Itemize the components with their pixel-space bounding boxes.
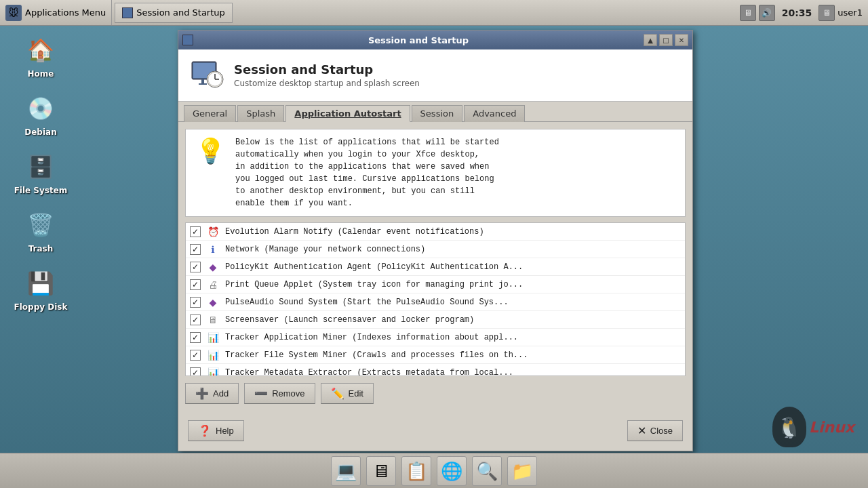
window-taskbar-button[interactable]: Session and Startup: [115, 3, 233, 23]
tab-splash[interactable]: Splash: [237, 105, 284, 122]
item-text-tracker-app: Tracker Application Miner (Indexes infor…: [225, 333, 518, 342]
item-text-tracker-fs: Tracker File System Miner (Crawls and pr…: [225, 350, 528, 360]
pulseaudio-icon: ◆: [206, 296, 220, 309]
home-icon: 🏠: [24, 34, 57, 66]
tracker-meta-icon: 📊: [206, 366, 220, 376]
taskbar-top: 🐭 Applications Menu Session and Startup …: [0, 0, 868, 26]
description-box: 💡 Below is the list of applications that…: [185, 129, 686, 217]
taskbar-folder-icon[interactable]: 📁: [507, 456, 537, 486]
tab-advanced[interactable]: Advanced: [464, 105, 525, 122]
checkbox-tracker-app[interactable]: [190, 332, 201, 343]
sound-icon[interactable]: 🔊: [759, 5, 775, 21]
floppy-icon: 💾: [24, 267, 57, 300]
bulb-icon: 💡: [195, 139, 226, 163]
edit-button[interactable]: ✏️ Edit: [321, 383, 374, 404]
taskbar-browser-icon[interactable]: 🌐: [437, 456, 467, 486]
network-icon[interactable]: 🖥: [740, 5, 756, 21]
tracker-fs-icon: 📊: [206, 348, 220, 362]
dialog-footer: ❓ Help ✕ Close: [178, 415, 692, 451]
close-button[interactable]: ✕ Close: [627, 420, 683, 441]
help-button[interactable]: ❓ Help: [188, 420, 244, 441]
close-label: Close: [650, 426, 673, 436]
edit-label: Edit: [349, 388, 363, 399]
checkbox-policykit[interactable]: [190, 262, 201, 272]
app-menu-icon: 🐭: [5, 5, 22, 21]
checkbox-print[interactable]: [190, 279, 201, 290]
desktop-icon-floppy[interactable]: 💾 Floppy Disk: [14, 267, 68, 312]
evolution-icon: ⏰: [206, 225, 220, 239]
edit-icon: ✏️: [331, 387, 344, 400]
policykit-icon: ◆: [206, 260, 220, 274]
tux-icon: 🐧: [772, 407, 806, 447]
list-item[interactable]: ◆ PolicyKit Authentication Agent (Policy…: [186, 258, 685, 276]
app-menu-button[interactable]: 🐭 Applications Menu: [0, 0, 112, 25]
taskbar-notes-icon[interactable]: 📋: [401, 456, 431, 486]
desktop-icon-trash[interactable]: 🗑️ Trash: [14, 209, 68, 253]
taskbar-right: 🖥 🔊 20:35 🖥 user1: [740, 5, 868, 21]
list-item[interactable]: 🖥 Screensaver (Launch screensaver and lo…: [186, 311, 685, 329]
close-window-button[interactable]: ✕: [675, 34, 688, 46]
debian-label: Debian: [24, 127, 56, 137]
checkbox-tracker-meta[interactable]: [190, 367, 201, 376]
minimize-button[interactable]: ▲: [644, 34, 657, 46]
tracker-app-icon: 📊: [206, 331, 220, 344]
list-item[interactable]: 🖨 Print Queue Applet (System tray icon f…: [186, 276, 685, 293]
taskbar-terminal-icon[interactable]: 🖥: [366, 456, 396, 486]
item-text-evolution: Evolution Alarm Notify (Calendar event n…: [225, 227, 484, 237]
taskbar-bottom: 💻 🖥 📋 🌐 🔍 📁: [0, 453, 868, 488]
taskbar-files-icon[interactable]: 💻: [331, 456, 361, 486]
autostart-list-container: ⏰ Evolution Alarm Notify (Calendar event…: [185, 222, 686, 376]
checkbox-network[interactable]: [190, 244, 201, 255]
title-bar-controls: ▲ □ ✕: [644, 34, 688, 46]
trash-icon: 🗑️: [24, 209, 57, 241]
screensaver-icon: 🖥: [206, 313, 220, 327]
app-menu-label: Applications Menu: [25, 7, 106, 18]
header-title: Session and Startup: [234, 62, 420, 77]
item-text-print: Print Queue Applet (System tray icon for…: [225, 280, 523, 289]
checkbox-screensaver[interactable]: [190, 314, 201, 325]
tab-general[interactable]: General: [184, 105, 236, 122]
help-icon: ❓: [198, 424, 212, 437]
trash-label: Trash: [28, 244, 54, 253]
autostart-list-scroll[interactable]: ⏰ Evolution Alarm Notify (Calendar event…: [186, 223, 685, 375]
remove-label: Remove: [272, 388, 304, 399]
filesystem-label: File System: [14, 186, 68, 195]
taskbar-search-icon[interactable]: 🔍: [472, 456, 502, 486]
header-app-icon: [189, 58, 224, 93]
svg-rect-3: [199, 83, 207, 85]
desktop-icon-filesystem[interactable]: 🗄️ File System: [14, 150, 68, 195]
linux-logo: 🐧 Linux: [772, 407, 854, 447]
list-item[interactable]: ℹ Network (Manage your network connectio…: [186, 241, 685, 258]
close-icon: ✕: [637, 424, 646, 437]
tab-bar: General Splash Application Autostart Ses…: [178, 102, 692, 122]
username: user1: [837, 7, 863, 18]
remove-button[interactable]: ➖ Remove: [244, 383, 315, 404]
desktop-icon-debian[interactable]: 💿 Debian: [14, 92, 68, 137]
checkbox-pulseaudio[interactable]: [190, 297, 201, 308]
description-text: Below is the list of applications that w…: [235, 136, 499, 209]
debian-icon: 💿: [24, 92, 57, 125]
header-text: Session and Startup Customize desktop st…: [234, 62, 420, 88]
desktop-icons: 🏠 Home 💿 Debian 🗄️ File System 🗑️ Trash …: [14, 34, 68, 312]
add-button[interactable]: ➕ Add: [185, 383, 239, 404]
list-item[interactable]: 📊 Tracker Metadata Extractor (Extracts m…: [186, 364, 685, 375]
checkbox-tracker-fs[interactable]: [190, 350, 201, 361]
list-item[interactable]: 📊 Tracker Application Miner (Indexes inf…: [186, 329, 685, 346]
list-item[interactable]: ⏰ Evolution Alarm Notify (Calendar event…: [186, 223, 685, 241]
item-text-pulseaudio: PulseAudio Sound System (Start the Pulse…: [225, 298, 509, 307]
desktop-icon-home[interactable]: 🏠 Home: [14, 34, 68, 79]
monitor-icon[interactable]: 🖥: [818, 5, 835, 21]
maximize-button[interactable]: □: [659, 34, 673, 46]
list-item[interactable]: ◆ PulseAudio Sound System (Start the Pul…: [186, 293, 685, 311]
dialog-header: Session and Startup Customize desktop st…: [178, 49, 692, 102]
checkbox-evolution[interactable]: [190, 226, 201, 237]
tab-session[interactable]: Session: [412, 105, 463, 122]
title-bar-icon: [182, 35, 193, 45]
list-item[interactable]: 📊 Tracker File System Miner (Crawls and …: [186, 346, 685, 364]
item-text-screensaver: Screensaver (Launch screensaver and lock…: [225, 315, 474, 325]
header-subtitle: Customize desktop startup and splash scr…: [234, 79, 420, 88]
tab-autostart[interactable]: Application Autostart: [285, 105, 410, 122]
filesystem-icon: 🗄️: [24, 150, 57, 183]
svg-rect-2: [201, 79, 204, 83]
help-label: Help: [216, 426, 234, 436]
